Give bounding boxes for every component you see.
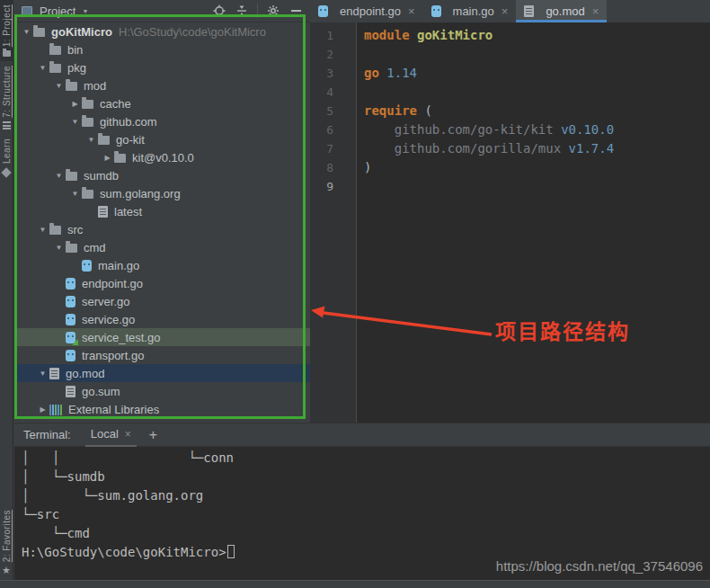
code-token: v1.7.4 [569,141,615,156]
tree-item-latest[interactable]: latest [14,202,310,220]
go-file-icon [318,5,328,17]
go-file-icon [66,314,75,325]
folder-icon [49,64,61,73]
tool-window-button-2-favorites[interactable]: 2: Favorites★ [0,505,13,580]
tree-item-go-mod[interactable]: ▼go.mod [14,364,310,382]
tree-item-main-go[interactable]: main.go [14,256,310,274]
tree-item-endpoint-go[interactable]: endpoint.go [14,274,310,292]
chevron-expanded-icon[interactable]: ▼ [84,136,98,144]
tree-item-label: pkg [67,61,86,75]
editor-code[interactable]: module goKitMicrogo 1.14require ( github… [357,22,710,423]
tree-item-label: go.sum [82,385,120,398]
chevron-expanded-icon[interactable]: ▼ [36,64,49,72]
prompt-text: H:\GoStudy\code\goKitMicro> [22,545,226,559]
close-icon[interactable]: × [408,4,415,18]
chevron-expanded-icon[interactable]: ▼ [68,190,82,198]
code-token: module [364,28,417,42]
editor-gutter: 123456789 [310,22,357,423]
tool-window-label: 2: Favorites [2,510,12,562]
close-icon[interactable]: × [592,4,599,18]
tool-window-button-1-project[interactable]: 1: Project [0,0,13,61]
doc-file-icon [524,5,534,17]
chevron-expanded-icon[interactable]: ▼ [52,172,66,180]
folder-icon [114,154,126,163]
line-number: 9 [310,177,356,196]
chevron-expanded-icon[interactable]: ▼ [52,244,66,252]
tab-endpoint-go[interactable]: endpoint.go× [310,0,423,22]
tree-item-go-kit[interactable]: ▼go-kit [14,130,310,148]
editor-pane[interactable]: 123456789 module goKitMicrogo 1.14requir… [310,22,710,423]
go-file-icon [82,260,92,272]
tree-item-server-go[interactable]: server.go [14,292,310,310]
tree-item-cache[interactable]: ▶cache [14,94,310,112]
chevron-collapsed-icon[interactable]: ▶ [36,405,49,414]
tree-item-src[interactable]: ▼src [14,220,310,238]
chevron-expanded-icon[interactable]: ▼ [20,28,33,36]
locate-icon[interactable] [212,4,226,18]
tree-item-path: H:\GoStudy\code\goKitMicro [119,25,266,39]
tree-item-go-sum[interactable]: go.sum [14,382,310,400]
hide-panel-icon[interactable] [288,4,303,18]
tree-item-transport-go[interactable]: transport.go [14,346,310,364]
line-number: 1 [310,26,356,45]
tree-item-cmd[interactable]: ▼cmd [14,238,310,256]
tool-window-label: Learn [2,138,12,164]
line-number: 7 [310,139,356,158]
line-number: 2 [310,45,356,64]
terminal-output[interactable]: │ │ └─conn │ └─sumdb │ └─sum.golang.org … [14,447,710,543]
chevron-collapsed-icon[interactable]: ▶ [101,154,114,162]
tool-window-button-7-structure[interactable]: 7: Structure [0,61,13,134]
tree-item-service-test-go[interactable]: service_test.go [14,328,310,346]
tree-item-service-go[interactable]: service.go [14,310,310,328]
code-line: ) [364,158,710,177]
chevron-expanded-icon[interactable]: ▼ [36,370,49,378]
folder-icon [98,136,110,145]
terminal-header: Terminal: Local × + [14,423,710,447]
gear-icon[interactable] [266,4,280,18]
code-token: require [364,103,417,118]
chevron-collapsed-icon[interactable]: ▶ [68,100,82,108]
terminal-prompt[interactable]: H:\GoStudy\code\goKitMicro> [14,543,710,562]
tree-item-gokitmicro[interactable]: ▼goKitMicroH:\GoStudy\code\goKitMicro [14,22,310,40]
code-line [364,177,710,196]
editor-tab-bar: endpoint.go×main.go×go.mod× [310,0,710,22]
code-line [364,45,710,64]
tree-item-sumdb[interactable]: ▼sumdb [14,166,310,184]
chevron-expanded-icon[interactable]: ▼ [68,118,82,126]
chevron-expanded-icon[interactable]: ▼ [36,226,49,234]
line-number: 3 [310,64,356,83]
terminal-tab-local[interactable]: Local × [85,423,137,447]
chevron-expanded-icon[interactable]: ▼ [52,82,66,90]
new-terminal-icon[interactable]: + [149,427,157,443]
code-line: github.com/gorilla/mux v1.7.4 [364,139,710,158]
close-icon[interactable]: × [501,4,509,18]
tree-item-kit-v0-10-0[interactable]: ▶kit@v0.10.0 [14,148,310,166]
tool-window-bar: 1: Project7: StructureLearn2: Favorites★ [0,0,13,580]
tool-window-button-learn[interactable]: Learn [0,134,13,181]
code-line: module goKitMicro [364,26,710,45]
tree-item-bin[interactable]: bin [14,40,310,58]
status-bar [0,580,710,588]
collapse-all-icon[interactable] [235,4,249,18]
go-file-icon [431,5,441,17]
tree-item-pkg[interactable]: ▼pkg [14,58,310,76]
tab-go-mod[interactable]: go.mod× [516,0,607,22]
tree-item-mod[interactable]: ▼mod [14,76,310,94]
code-token: 1.14 [386,66,417,80]
tree-item-sum-golang-org[interactable]: ▼sum.golang.org [14,184,310,202]
ide-window: 1: Project7: StructureLearn2: Favorites★… [0,0,710,588]
folder-icon [49,226,61,235]
folder-icon [49,46,61,55]
tree-item-label: go.mod [66,367,104,380]
tab-main-go[interactable]: main.go× [423,0,517,22]
project-panel-title[interactable]: Project [40,4,75,18]
code-line: go 1.14 [364,64,710,83]
tab-label: endpoint.go [340,4,401,18]
learn-icon [1,167,11,177]
tree-item-external-libraries[interactable]: ▶External Libraries [14,400,310,418]
tree-item-github-com[interactable]: ▼github.com [14,112,310,130]
project-panel-header: Project ▼ [14,0,310,22]
tree-item-label: main.go [98,259,139,272]
chevron-down-icon[interactable]: ▼ [82,8,88,14]
close-icon[interactable]: × [125,428,131,441]
